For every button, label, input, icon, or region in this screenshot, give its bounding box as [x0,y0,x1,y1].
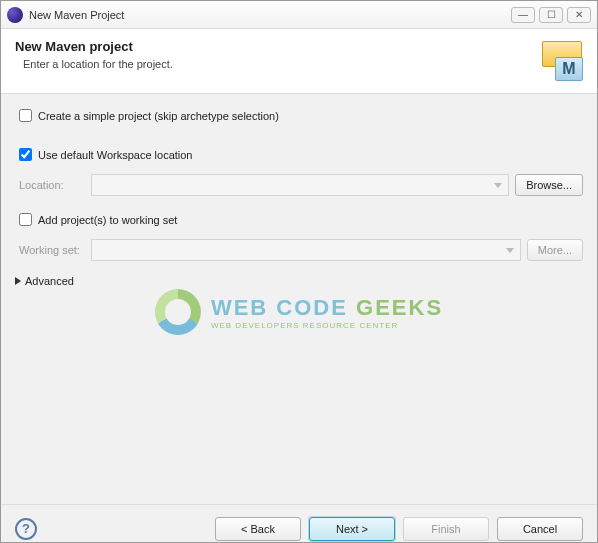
finish-button: Finish [403,517,489,541]
minimize-button[interactable]: — [511,7,535,23]
maven-badge-icon: M [555,57,583,81]
page-subtitle: Enter a location for the project. [15,58,541,70]
location-label: Location: [15,179,85,191]
content-area: Create a simple project (skip archetype … [1,94,597,504]
use-default-workspace-label: Use default Workspace location [38,149,193,161]
add-working-set-checkbox[interactable]: Add project(s) to working set [15,210,583,229]
page-title: New Maven project [15,39,541,54]
add-working-set-label: Add project(s) to working set [38,214,177,226]
next-button[interactable]: Next > [309,517,395,541]
create-simple-project-label: Create a simple project (skip archetype … [38,110,279,122]
advanced-toggle[interactable]: Advanced [15,275,583,287]
create-simple-project-checkbox[interactable]: Create a simple project (skip archetype … [15,106,583,125]
create-simple-project-input[interactable] [19,109,32,122]
maximize-button[interactable]: ☐ [539,7,563,23]
more-button: More... [527,239,583,261]
watermark: WEB CODE GEEKS WEB DEVELOPERS RESOURCE C… [155,289,443,335]
browse-button[interactable]: Browse... [515,174,583,196]
wizard-header: New Maven project Enter a location for t… [1,29,597,94]
watermark-tagline: WEB DEVELOPERS RESOURCE CENTER [211,321,443,330]
add-working-set-input[interactable] [19,213,32,226]
use-default-workspace-input[interactable] [19,148,32,161]
footer: ? < Back Next > Finish Cancel [1,504,597,543]
window-title: New Maven Project [29,9,511,21]
watermark-logo-icon [155,289,201,335]
titlebar: New Maven Project — ☐ ✕ [1,1,597,29]
working-set-row: Working set: More... [15,239,583,261]
working-set-label: Working set: [15,244,85,256]
advanced-label: Advanced [25,275,74,287]
watermark-brand: WEB CODE GEEKS [211,295,443,321]
window-buttons: — ☐ ✕ [511,7,591,23]
help-icon[interactable]: ? [15,518,37,540]
back-button[interactable]: < Back [215,517,301,541]
cancel-button[interactable]: Cancel [497,517,583,541]
wizard-icon: M [541,39,583,81]
chevron-right-icon [15,277,21,285]
location-row: Location: Browse... [15,174,583,196]
working-set-combo [91,239,521,261]
use-default-workspace-checkbox[interactable]: Use default Workspace location [15,145,583,164]
close-button[interactable]: ✕ [567,7,591,23]
app-icon [7,7,23,23]
location-combo[interactable] [91,174,509,196]
